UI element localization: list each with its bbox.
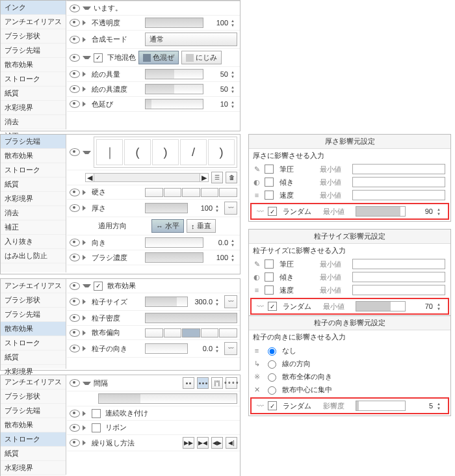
expand-icon[interactable] [83, 37, 89, 42]
bdens-slider[interactable] [145, 252, 203, 263]
base-mix-checkbox[interactable]: ✓ [94, 53, 103, 62]
mix-mode-btn[interactable]: 色混ぜ [138, 51, 179, 64]
r1-spd-chk[interactable] [265, 191, 274, 200]
expand-icon[interactable] [83, 20, 89, 25]
sidebar-item[interactable]: 散布効果 [1, 58, 66, 72]
repeat-1[interactable]: ▶▶ [183, 437, 194, 449]
hardness-steps[interactable] [145, 188, 237, 197]
del-tip-btn[interactable]: 🗑 [226, 172, 237, 183]
dir-hori-btn[interactable]: ↔ 水平 [151, 219, 184, 233]
scrollbar[interactable] [94, 174, 200, 181]
sidebar-item[interactable]: 散布効果 [1, 149, 66, 163]
scroll-left[interactable]: ◀ [86, 174, 94, 181]
expand-icon[interactable] [83, 101, 89, 107]
ext-slider[interactable] [145, 99, 203, 109]
expand-icon[interactable] [83, 56, 91, 59]
sidebar-item[interactable]: 水彩境界 [1, 192, 66, 206]
sidebar-item[interactable]: ブラシ先端 [1, 404, 66, 418]
sidebar-item[interactable]: 補正 [1, 220, 66, 235]
sidebar-item[interactable]: アンチエイリアス [1, 15, 66, 29]
sidebar-item[interactable]: 入り抜き [1, 235, 66, 249]
opacity-value[interactable]: 100 [206, 19, 228, 27]
thick-source-btn[interactable]: 〰 [224, 202, 237, 215]
sidebar-item[interactable]: 消去 [1, 206, 66, 220]
gap-mode-3[interactable]: |°| [211, 377, 223, 389]
orient-slider[interactable] [145, 237, 203, 248]
sidebar-item[interactable]: 水彩境界 [1, 461, 66, 475]
sidebar-item[interactable]: 紙質 [1, 447, 66, 461]
sidebar-item[interactable]: ブラシ先端 [1, 135, 66, 149]
pdens-slider[interactable] [145, 313, 237, 323]
mass-slider[interactable] [145, 69, 203, 79]
blend-mode-select[interactable]: 通常 [145, 33, 237, 46]
eye-icon[interactable] [70, 100, 80, 108]
gap-mode-4[interactable]: ∘∘∘∘ [226, 377, 237, 389]
psize-source-btn[interactable]: 〰 [224, 295, 237, 308]
sidebar-item[interactable]: 水彩境界 [1, 101, 66, 115]
eye-icon[interactable] [70, 54, 80, 62]
sidebar-item[interactable]: ブラシ先端 [1, 44, 66, 58]
eye-icon[interactable] [70, 70, 80, 78]
scroll-right[interactable]: ▶ [200, 174, 208, 181]
r2-rand-slider[interactable] [356, 301, 406, 311]
expand-icon[interactable] [83, 72, 89, 77]
r1-rand-slider[interactable] [356, 206, 406, 217]
thick-slider[interactable] [145, 203, 188, 213]
sidebar-item[interactable]: インク [1, 1, 66, 15]
sidebar-item[interactable]: ブラシ形状 [1, 390, 66, 404]
sidebar-item[interactable]: ブラシ形状 [1, 29, 66, 44]
eye-icon[interactable] [70, 85, 80, 93]
sidebar-item[interactable]: 散布効果 [1, 418, 66, 432]
repeat-3[interactable]: ◀▶ [211, 437, 223, 449]
r3-line-radio[interactable] [268, 360, 276, 369]
eye-icon[interactable] [70, 19, 80, 27]
gap-mode-2[interactable] [197, 377, 209, 389]
psize-slider[interactable] [145, 297, 188, 307]
eff-checkbox[interactable]: ✓ [94, 282, 103, 291]
r1-pen-chk[interactable] [265, 165, 274, 174]
sidebar-item[interactable]: 散布効果 [1, 322, 66, 336]
sidebar-item[interactable]: 紙質 [1, 86, 66, 101]
eye-icon[interactable] [70, 36, 80, 44]
sidebar-item[interactable]: 紙質 [1, 178, 66, 192]
r3-rand-chk[interactable]: ✓ [268, 401, 277, 410]
repeat-2[interactable]: ▶◀ [197, 437, 209, 449]
sidebar-item[interactable]: ストローク [1, 163, 66, 178]
r3-whole-radio[interactable] [268, 373, 276, 382]
dens-slider[interactable] [145, 84, 203, 94]
sidebar-item[interactable]: ストローク [1, 432, 66, 447]
ribbon-checkbox[interactable] [92, 423, 101, 432]
sidebar-item[interactable]: 消去 [1, 115, 66, 129]
sidebar-item[interactable]: はみ出し防止 [1, 249, 66, 263]
sidebar-item[interactable]: ブラシ先端 [1, 308, 66, 322]
eye-icon[interactable] [70, 5, 80, 12]
sidebar-item[interactable]: アンチエイリアス [1, 279, 66, 293]
sidebar-item[interactable]: ストローク [1, 336, 66, 350]
dir-vert-btn[interactable]: ↕ 垂直 [187, 219, 216, 233]
expand-icon[interactable] [83, 86, 89, 92]
expand-icon[interactable] [83, 7, 91, 10]
r1-tilt-chk[interactable] [265, 178, 274, 187]
repeat-4[interactable]: ◀| [226, 437, 237, 449]
porient-slider[interactable] [145, 343, 188, 354]
blur-mode-btn[interactable]: にじみ [181, 51, 222, 64]
gap-mode-1[interactable] [183, 377, 194, 389]
gap-slider[interactable] [98, 393, 237, 404]
pbias-steps[interactable] [145, 328, 237, 337]
opacity-slider[interactable] [145, 18, 203, 28]
r2-rand-chk[interactable]: ✓ [268, 302, 277, 311]
sidebar-item[interactable]: 紙質 [1, 350, 66, 365]
porient-source-btn[interactable]: 〰 [224, 342, 237, 355]
add-tip-btn[interactable]: ☰ [211, 172, 223, 183]
sidebar-item[interactable]: アンチエイリアス [1, 375, 66, 390]
brush-tip-thumbs[interactable]: ｜()/) [94, 137, 237, 168]
r3-rand-slider[interactable] [356, 401, 406, 411]
spinner[interactable]: ▲▼ [231, 18, 237, 28]
sidebar-item[interactable]: ストローク [1, 72, 66, 86]
repeat-label: 繰り返し方法 [92, 438, 142, 448]
r1-rand-chk[interactable]: ✓ [268, 207, 277, 216]
r3-none-radio[interactable] [268, 347, 276, 356]
r3-center-radio[interactable] [268, 386, 276, 395]
cont-checkbox[interactable] [92, 409, 101, 418]
sidebar-item[interactable]: ブラシ形状 [1, 293, 66, 308]
